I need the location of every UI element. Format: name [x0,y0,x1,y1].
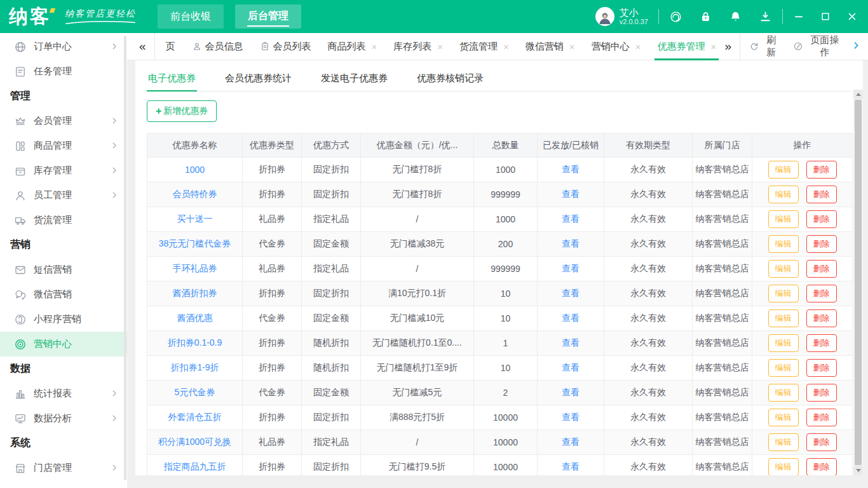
edit-button[interactable]: 编辑 [768,235,799,253]
sidebar-item-member-management[interactable]: 会员管理 [0,109,127,133]
service-button[interactable] [669,10,682,24]
scrollbar-up-arrow[interactable] [853,90,863,99]
view-link[interactable]: 查看 [562,437,580,447]
tabs-scroll-right-button[interactable]: » [719,39,738,53]
coupon-name-link[interactable]: 指定商品九五折 [164,461,226,471]
tabs-scroll-left-button[interactable]: « [133,39,152,53]
view-link[interactable]: 查看 [562,288,580,298]
view-link[interactable]: 查看 [562,313,580,323]
close-icon[interactable]: × [437,42,443,51]
tab-member-coupon-stats[interactable]: 会员优惠券统计 [224,68,293,91]
minimize-button[interactable] [793,11,804,22]
add-coupon-button[interactable]: + 新增优惠券 [147,100,217,122]
tab-marketing-center[interactable]: 营销中心× [583,33,649,60]
sidebar-item-inventory-management[interactable]: 库存管理 [0,158,127,183]
sidebar-item-logistics-management[interactable]: 货流管理 [0,208,127,233]
coupon-name-link[interactable]: 酱酒优惠 [177,313,213,323]
edit-button[interactable]: 编辑 [768,285,799,302]
delete-button[interactable]: 删除 [806,186,837,203]
close-icon[interactable]: × [635,42,641,51]
view-link[interactable]: 查看 [562,337,580,348]
delete-button[interactable]: 删除 [806,359,837,377]
scrollbar-thumb[interactable] [855,100,862,465]
edit-button[interactable]: 编辑 [768,458,799,475]
delete-button[interactable]: 删除 [806,309,837,327]
tab-coupon-management[interactable]: 优惠券管理× [649,33,719,60]
view-link[interactable]: 查看 [562,164,580,174]
close-icon[interactable]: × [569,42,575,51]
view-link[interactable]: 查看 [562,189,580,199]
view-link[interactable]: 查看 [562,238,580,248]
sidebar-scrollbar[interactable] [124,36,126,480]
edit-button[interactable]: 编辑 [768,409,799,426]
sidebar-item-data-analysis[interactable]: 数据分析 [0,406,127,431]
tab-send-e-coupon[interactable]: 发送电子优惠券 [320,68,389,91]
tab-home[interactable]: 页 [158,33,184,60]
sidebar-item-marketing-center[interactable]: 营销中心 [0,332,127,356]
edit-button[interactable]: 编辑 [768,433,799,451]
view-link[interactable]: 查看 [562,214,580,224]
coupon-name-link[interactable]: 会员特价券 [173,189,217,199]
tab-member-info[interactable]: 会员信息 [184,33,252,60]
coupon-name-link[interactable]: 折扣券0.1-0.9 [168,337,222,348]
edit-button[interactable]: 编辑 [768,384,799,402]
notification-button[interactable] [729,10,742,24]
delete-button[interactable]: 删除 [806,161,837,179]
tab-wechat-marketing[interactable]: 微信营销× [517,33,583,60]
sidebar-item-order-center[interactable]: 订单中心 [0,34,127,59]
edit-button[interactable]: 编辑 [768,309,799,327]
sidebar-item-store-management[interactable]: 门店管理 [0,456,127,480]
close-icon[interactable]: × [372,42,377,51]
maximize-button[interactable] [820,11,831,22]
edit-button[interactable]: 编辑 [768,260,799,278]
tab-coupon-verification-records[interactable]: 优惠券核销记录 [416,68,485,91]
coupon-name-link[interactable]: 买十送一 [177,214,213,224]
download-button[interactable] [759,10,772,24]
sidebar-item-miniprogram-marketing[interactable]: 小程序营销 [0,307,127,332]
lock-button[interactable] [699,10,712,24]
delete-button[interactable]: 删除 [806,384,837,402]
edit-button[interactable]: 编辑 [768,161,799,179]
tab-product-list[interactable]: 商品列表× [320,33,386,60]
tab-member-list[interactable]: 会员列表 [252,33,320,60]
page-actions-chevron-icon[interactable] [850,41,863,51]
vertical-scrollbar[interactable] [853,90,863,475]
delete-button[interactable]: 删除 [806,458,837,475]
backstage-management-button[interactable]: 后台管理 [235,4,301,29]
coupon-name-link[interactable]: 38元无门槛代金券 [159,238,231,248]
edit-button[interactable]: 编辑 [768,210,799,228]
coupon-name-link[interactable]: 酱酒折扣券 [173,288,217,298]
edit-button[interactable]: 编辑 [768,334,799,352]
tab-inventory-list[interactable]: 库存列表× [385,33,451,60]
coupon-name-link[interactable]: 折扣券1-9折 [170,362,219,372]
delete-button[interactable]: 删除 [806,235,837,253]
view-link[interactable]: 查看 [562,461,580,471]
sidebar-item-task-management[interactable]: 任务管理 [0,59,127,84]
coupon-name-link[interactable]: 外套清仓五折 [168,412,222,422]
close-icon[interactable]: × [710,42,716,51]
page-operations-button[interactable]: 页面操作 [787,34,850,58]
sidebar-item-product-management[interactable]: 商品管理 [0,133,127,158]
coupon-name-link[interactable]: 5元代金券 [175,387,215,397]
tab-logistics[interactable]: 货流管理× [451,33,517,60]
edit-button[interactable]: 编辑 [768,359,799,377]
sidebar-item-sms-marketing[interactable]: 短信营销 [0,257,127,282]
coupon-name-link[interactable]: 1000 [185,165,205,175]
refresh-button[interactable]: 刷新 [743,34,787,58]
avatar[interactable] [595,7,614,26]
front-cashier-button[interactable]: 前台收银 [158,4,224,29]
tab-e-coupon[interactable]: 电子优惠券 [147,68,197,91]
sidebar-item-wechat-marketing[interactable]: 微信营销 [0,282,127,307]
edit-button[interactable]: 编辑 [768,186,799,203]
delete-button[interactable]: 删除 [806,210,837,228]
delete-button[interactable]: 删除 [806,433,837,451]
delete-button[interactable]: 删除 [806,260,837,278]
close-button[interactable] [846,11,858,22]
view-link[interactable]: 查看 [562,387,580,397]
coupon-name-link[interactable]: 手环礼品券 [173,263,217,273]
view-link[interactable]: 查看 [562,263,580,273]
sidebar-item-statistical-report[interactable]: 统计报表 [0,381,127,406]
view-link[interactable]: 查看 [562,362,580,372]
close-icon[interactable]: × [503,42,509,51]
delete-button[interactable]: 删除 [806,334,837,352]
